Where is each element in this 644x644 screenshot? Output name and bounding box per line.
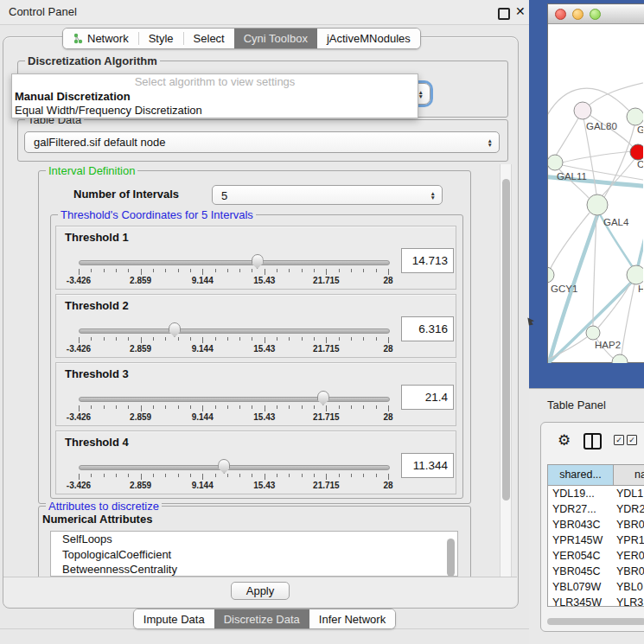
checkbox-checked-icon[interactable]: ✓ (627, 435, 637, 445)
network-window-titlebar (548, 4, 644, 24)
zoom-traffic-light-icon[interactable] (590, 9, 601, 20)
cell-name[interactable]: YDL1 (614, 486, 644, 501)
attribute-list-item[interactable]: SelfLoops (51, 532, 457, 547)
node-h (627, 265, 643, 284)
threshold-3-value-field[interactable] (401, 385, 454, 410)
scrollbar-thumb[interactable] (502, 179, 510, 501)
panel-scrollbar[interactable] (500, 164, 512, 578)
gear-icon[interactable]: ⚙ (558, 431, 571, 450)
cell-shared-name[interactable]: YLR345W (548, 595, 614, 607)
slider-handle[interactable] (218, 459, 230, 474)
threshold-label: Threshold 2 (65, 299, 129, 312)
tab-label: Cyni Toolbox (244, 32, 308, 45)
table-row[interactable]: YBL079WYBL0 (548, 579, 644, 595)
threshold-4-slider[interactable]: -3.4262.8599.14415.4321.71528 (79, 457, 388, 494)
node-label-hap2: HAP2 (595, 340, 621, 350)
table-row[interactable]: YBR043CYBR0 (548, 517, 644, 532)
attribute-list-item[interactable]: BetweennessCentrality (51, 562, 457, 577)
cell-shared-name[interactable]: YDR27... (548, 501, 614, 517)
tab-select[interactable]: Select (184, 29, 234, 48)
slider-handle[interactable] (169, 322, 181, 337)
node-attribute-table[interactable]: shared... na YDL19...YDL1YDR27...YDR2YBR… (547, 464, 644, 607)
float-window-icon[interactable] (498, 8, 510, 20)
slider-ticks (79, 405, 388, 412)
node-hap2 (586, 326, 600, 340)
slider-handle[interactable] (252, 254, 264, 269)
combobox-value: 5 (221, 189, 227, 202)
slider-track[interactable] (79, 397, 390, 402)
threshold-4-value-field[interactable] (401, 453, 454, 478)
cell-name[interactable]: YBR0 (614, 517, 644, 532)
tab-network[interactable]: Network (63, 29, 138, 48)
number-of-intervals-combobox[interactable]: 5 ▲▼ (212, 185, 443, 205)
table-row[interactable]: YDL19...YDL1 (548, 486, 644, 501)
column-header-name[interactable]: na (614, 465, 644, 485)
dropdown-item-manual-discretization[interactable]: Manual Discretization (12, 90, 418, 105)
threshold-1-slider[interactable]: -3.4262.8599.14415.4321.71528 (79, 252, 388, 289)
network-view-window: GAL80 GA C GAL11 GAL4 GCY1 H HAP2 (547, 3, 644, 363)
attribute-list-item[interactable]: TopologicalCoefficient (51, 547, 457, 563)
tab-infer-network[interactable]: Infer Network (309, 609, 395, 628)
tab-style[interactable]: Style (139, 29, 183, 48)
cell-name[interactable]: YER0 (614, 548, 644, 564)
threshold-2-value-field[interactable] (401, 316, 454, 341)
cell-shared-name[interactable]: YBR043C (548, 517, 614, 532)
table-data-combobox[interactable]: galFiltered.sif default node ▲▼ (24, 131, 500, 153)
tab-cyni-toolbox[interactable]: Cyni Toolbox (234, 29, 317, 48)
cell-shared-name[interactable]: YBL079W (548, 579, 614, 595)
group-title: Discretization Algorithm (25, 54, 160, 67)
table-row[interactable]: YPR145WYPR1 (548, 532, 644, 548)
slider-ticks (79, 269, 388, 276)
numerical-attributes-list[interactable]: SelfLoopsTopologicalCoefficientBetweenne… (50, 531, 458, 577)
scrollbar-thumb[interactable] (547, 618, 644, 625)
node-highlighted-red (630, 144, 643, 160)
table-row[interactable]: YDR27...YDR2 (548, 501, 644, 517)
slider-track[interactable] (79, 328, 390, 334)
minimize-traffic-light-icon[interactable] (572, 9, 583, 20)
node-label-partial: GA (637, 124, 643, 135)
tab-jactivemnodules[interactable]: jActiveMNodules (317, 29, 420, 48)
table-horizontal-scrollbar[interactable] (547, 618, 644, 626)
table-panel-title: Table Panel (547, 399, 606, 411)
cell-shared-name[interactable]: YPR145W (548, 532, 614, 548)
apply-button[interactable]: Apply (231, 582, 290, 600)
cell-name[interactable]: YDR2 (614, 501, 644, 517)
slider-track[interactable] (79, 260, 390, 265)
tab-label: Infer Network (319, 613, 386, 626)
column-header-shared-name[interactable]: shared... (548, 465, 614, 485)
slider-track[interactable] (79, 465, 390, 470)
threshold-3-slider[interactable]: -3.4262.8599.14415.4321.71528 (79, 389, 388, 425)
network-canvas[interactable]: GAL80 GA C GAL11 GAL4 GCY1 H HAP2 (548, 24, 643, 363)
tab-impute-data[interactable]: Impute Data (134, 609, 214, 628)
split-columns-icon[interactable] (583, 433, 602, 450)
dropdown-item-placeholder[interactable]: Select algorithm to view settings (12, 75, 418, 90)
table-panel-inner: ⚙ ✓ ✓ shared... na YDL19...YDL1YDR27...Y… (540, 422, 644, 632)
dropdown-item-equal-width-frequency[interactable]: Equal Width/Frequency Discretization (12, 104, 418, 118)
threshold-2-slider[interactable]: -3.4262.8599.14415.4321.71528 (79, 321, 388, 357)
close-icon[interactable]: ✕ (515, 4, 526, 18)
table-row[interactable]: YER054CYER0 (548, 548, 644, 564)
cell-shared-name[interactable]: YDL19... (548, 486, 614, 501)
close-traffic-light-icon[interactable] (555, 9, 566, 20)
slider-scale-labels: -3.4262.8599.14415.4321.71528 (79, 344, 388, 354)
slider-handle[interactable] (317, 391, 329, 405)
cell-name[interactable]: YLR3 (614, 595, 644, 607)
cell-name[interactable]: YBR0 (614, 564, 644, 579)
node-gal4 (587, 194, 608, 215)
numerical-attributes-label: Numerical Attributes (42, 513, 152, 526)
threshold-1-value-field[interactable] (401, 248, 454, 273)
stepper-icon: ▲▼ (430, 190, 436, 200)
group-title: Interval Definition (46, 164, 137, 177)
cell-name[interactable]: YBL0 (614, 579, 644, 595)
list-scrollbar[interactable] (447, 539, 455, 577)
table-row[interactable]: YLR345WYLR3 (548, 595, 644, 607)
cell-name[interactable]: YPR1 (614, 532, 644, 548)
stepper-icon: ▲▼ (488, 137, 493, 147)
checkbox-checked-icon[interactable]: ✓ (614, 435, 624, 445)
cell-shared-name[interactable]: YER054C (548, 548, 614, 564)
cell-shared-name[interactable]: YBR045C (548, 564, 614, 579)
table-row[interactable]: YBR045CYBR0 (548, 564, 644, 579)
node-partial-bottom (612, 354, 628, 363)
tab-discretize-data[interactable]: Discretize Data (214, 609, 309, 628)
slider-scale-labels: -3.4262.8599.14415.4321.71528 (79, 276, 388, 286)
